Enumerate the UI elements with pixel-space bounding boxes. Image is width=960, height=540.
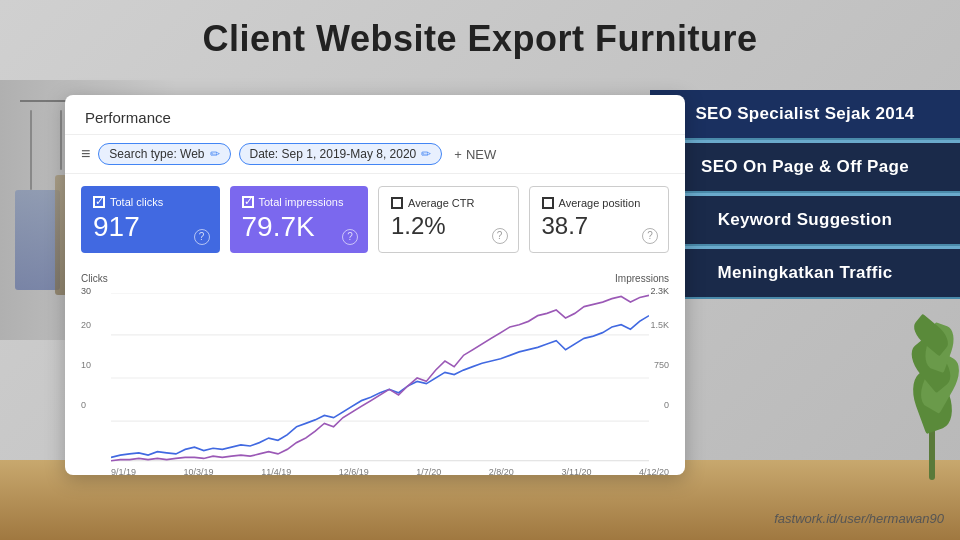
- ctr-help-icon[interactable]: ?: [492, 228, 508, 244]
- metric-total-impressions: Total impressions 79.7K ?: [230, 186, 369, 253]
- y-left-label: Clicks: [81, 273, 108, 284]
- x-label-7: 3/11/20: [561, 467, 591, 475]
- x-label-5: 1/7/20: [416, 467, 441, 475]
- x-label-1: 9/1/19: [111, 467, 136, 475]
- panel-item-keyword: Keyword Suggestion: [650, 196, 960, 246]
- position-value: 38.7: [542, 213, 657, 239]
- x-label-4: 12/6/19: [339, 467, 369, 475]
- metric-total-clicks: Total clicks 917 ?: [81, 186, 220, 253]
- y-right-0: 0: [664, 400, 669, 410]
- metric-position-label: Average position: [542, 197, 657, 209]
- add-new-button[interactable]: + NEW: [454, 147, 496, 162]
- position-checkbox[interactable]: [542, 197, 554, 209]
- date-label: Date: Sep 1, 2019-May 8, 2020: [250, 147, 417, 161]
- filter-icon[interactable]: ≡: [81, 145, 90, 163]
- position-help-icon[interactable]: ?: [642, 228, 658, 244]
- impressions-value: 79.7K: [242, 212, 357, 243]
- date-chip[interactable]: Date: Sep 1, 2019-May 8, 2020 ✏: [239, 143, 443, 165]
- metrics-row: Total clicks 917 ? Total impressions 79.…: [65, 174, 685, 265]
- plant: [900, 320, 960, 480]
- metric-impressions-label: Total impressions: [242, 196, 357, 208]
- x-label-3: 11/4/19: [261, 467, 291, 475]
- date-edit-icon[interactable]: ✏: [421, 147, 431, 161]
- search-type-chip[interactable]: Search type: Web ✏: [98, 143, 230, 165]
- gsc-header: Performance: [65, 95, 685, 135]
- x-label-6: 2/8/20: [489, 467, 514, 475]
- performance-title: Performance: [85, 109, 171, 126]
- y-right-1500: 1.5K: [650, 320, 669, 330]
- y-0-left: 0: [81, 400, 86, 410]
- page-title: Client Website Export Furniture: [0, 18, 960, 60]
- impressions-help-icon[interactable]: ?: [342, 229, 358, 245]
- chart-svg: [111, 293, 649, 463]
- chart-area: Clicks 30 Impressions 2.3K 20 10 0 1.5K …: [65, 265, 685, 465]
- add-new-plus-icon: +: [454, 147, 462, 162]
- x-label-2: 10/3/19: [184, 467, 214, 475]
- panel-item-traffic: Meningkatkan Traffic: [650, 249, 960, 299]
- y-right-max: 2.3K: [615, 286, 669, 296]
- ctr-value: 1.2%: [391, 213, 506, 239]
- y-right-label: Impressions: [615, 273, 669, 284]
- y-10: 10: [81, 360, 91, 370]
- x-axis-labels: 9/1/19 10/3/19 11/4/19 12/6/19 1/7/20 2/…: [81, 467, 669, 475]
- panel-item-seo-specialist: SEO Specialist Sejak 2014: [650, 90, 960, 140]
- gsc-toolbar: ≡ Search type: Web ✏ Date: Sep 1, 2019-M…: [65, 135, 685, 174]
- search-type-edit-icon[interactable]: ✏: [210, 147, 220, 161]
- attribution: fastwork.id/user/hermawan90: [774, 511, 944, 526]
- y-right-750: 750: [654, 360, 669, 370]
- panel-item-seo-on-off: SEO On Page & Off Page: [650, 143, 960, 193]
- y-left-max: 30: [81, 286, 108, 296]
- right-panel: SEO Specialist Sejak 2014 SEO On Page & …: [650, 90, 960, 299]
- x-label-8: 4/12/20: [639, 467, 669, 475]
- search-type-label: Search type: Web: [109, 147, 204, 161]
- y-20: 20: [81, 320, 91, 330]
- ctr-checkbox[interactable]: [391, 197, 403, 209]
- metric-clicks-label: Total clicks: [93, 196, 208, 208]
- add-new-label: NEW: [466, 147, 496, 162]
- impressions-checkbox[interactable]: [242, 196, 254, 208]
- metric-average-ctr: Average CTR 1.2% ?: [378, 186, 519, 253]
- metric-ctr-label: Average CTR: [391, 197, 506, 209]
- metric-average-position: Average position 38.7 ?: [529, 186, 670, 253]
- clicks-checkbox[interactable]: [93, 196, 105, 208]
- gsc-card: Performance ≡ Search type: Web ✏ Date: S…: [65, 95, 685, 475]
- clicks-value: 917: [93, 212, 208, 243]
- clicks-help-icon[interactable]: ?: [194, 229, 210, 245]
